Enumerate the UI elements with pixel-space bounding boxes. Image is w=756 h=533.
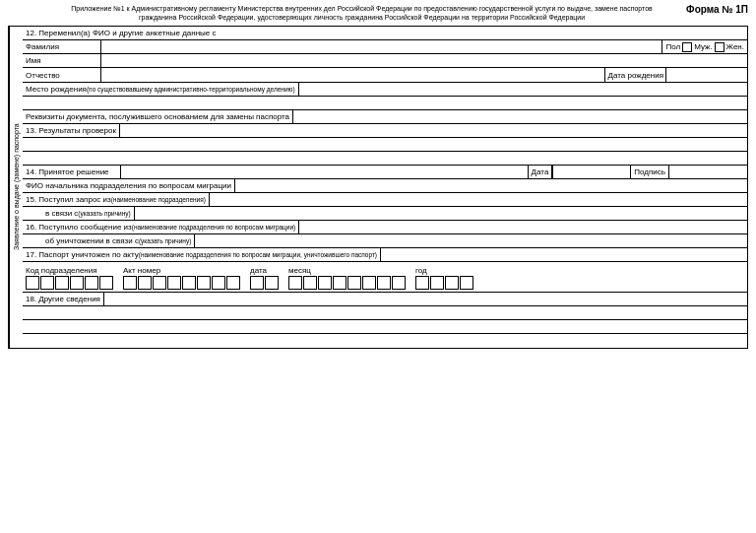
sec17-row: 17. Паспорт уничтожен по акту (наименова…: [23, 248, 747, 262]
final-row-2: [23, 320, 747, 334]
otchestvo-value[interactable]: [101, 68, 605, 82]
unich-sub-text: (указать причину): [139, 237, 191, 244]
sec14-row: 14. Принятое решение Дата Подпись: [23, 166, 747, 179]
sec17-label: 17. Паспорт уничтожен по акту (наименова…: [23, 248, 380, 261]
kod-pod-label: Код подразделения: [26, 266, 113, 275]
god-box-2[interactable]: [430, 276, 444, 290]
data-rozhdeniya-value[interactable]: [665, 68, 744, 82]
mesyac-box-5[interactable]: [347, 276, 361, 290]
sec18-label: 18. Другие сведения: [23, 293, 104, 305]
pol-block: Пол Муж. Жен.: [662, 40, 747, 53]
akt-box-6[interactable]: [197, 276, 211, 290]
date-birth-block: Дата рождения: [605, 68, 747, 82]
mesyac-box-1[interactable]: [288, 276, 302, 290]
god-boxes: [415, 276, 473, 290]
kod-box-4[interactable]: [70, 276, 84, 290]
muz-checkbox[interactable]: [682, 42, 692, 52]
rekvizity-label: Реквизиты документа, послужившего основа…: [23, 110, 292, 123]
sec18-value[interactable]: [104, 293, 747, 305]
data-code-label: дата: [250, 266, 279, 275]
kod-box-1[interactable]: [26, 276, 39, 290]
mesto-rozhdeniya-value[interactable]: [298, 83, 747, 96]
akt-box-2[interactable]: [138, 276, 152, 290]
zhen-checkbox[interactable]: [715, 42, 724, 52]
sec12-header: 12. Переменил(а) ФИО и другие анкетные д…: [23, 27, 747, 40]
mesyac-label: месяц: [288, 266, 406, 275]
akt-box-4[interactable]: [167, 276, 181, 290]
kod-box-3[interactable]: [55, 276, 69, 290]
sec13-row: 13. Результаты проверок: [23, 124, 747, 138]
data-box-2[interactable]: [265, 276, 279, 290]
imya-row: Имя: [23, 54, 747, 68]
mesyac-box-3[interactable]: [318, 276, 332, 290]
god-box-1[interactable]: [415, 276, 429, 290]
sec15-value[interactable]: [209, 193, 747, 206]
fio-nach-label: ФИО начальника подразделения по вопросам…: [23, 179, 235, 192]
kod-pod-block: Код подразделения: [26, 266, 113, 290]
kod-box-5[interactable]: [85, 276, 98, 290]
header-text: Приложение №1 к Административному реглам…: [67, 4, 658, 22]
familiya-value[interactable]: [101, 40, 662, 53]
akt-box-5[interactable]: [182, 276, 196, 290]
data-box-1[interactable]: [250, 276, 264, 290]
unich-label: об уничтожении в связи с (указать причин…: [42, 234, 194, 247]
akt-box-8[interactable]: [226, 276, 240, 290]
akt-nomer-boxes: [123, 276, 240, 290]
empty-row-1: [23, 97, 747, 110]
imya-value[interactable]: [101, 54, 747, 67]
header: Приложение №1 к Административному реглам…: [8, 4, 748, 22]
god-box-3[interactable]: [445, 276, 459, 290]
data-label: Дата: [532, 167, 549, 176]
side-label: Заявление о выдаче (замене) паспорта: [9, 27, 23, 348]
mesyac-boxes: [288, 276, 406, 290]
data-value[interactable]: [552, 166, 631, 178]
podpis-block: Подпись: [631, 166, 668, 178]
svyazi-value[interactable]: [134, 207, 747, 220]
unich-row: об уничтожении в связи с (указать причин…: [23, 234, 747, 248]
muz-label: Муж.: [694, 42, 712, 51]
mesyac-box-8[interactable]: [392, 276, 406, 290]
mesto-sub-text: (по существовавшему административно-терр…: [87, 86, 295, 93]
sec16-label: 16. Поступило сообщение из (наименование…: [23, 221, 298, 233]
akt-box-1[interactable]: [123, 276, 137, 290]
rekvizity-row: Реквизиты документа, послужившего основа…: [23, 110, 747, 124]
akt-box-3[interactable]: [153, 276, 166, 290]
kod-box-6[interactable]: [99, 276, 113, 290]
data-code-boxes: [250, 276, 279, 290]
page: Приложение №1 к Административному реглам…: [0, 0, 756, 533]
mesyac-box-4[interactable]: [333, 276, 346, 290]
akt-nomer-block: Акт номер: [123, 266, 240, 290]
code-section: Код подразделения Акт номер: [23, 262, 747, 293]
akt-box-7[interactable]: [212, 276, 225, 290]
form-body: 12. Переменил(а) ФИО и другие анкетные д…: [23, 27, 747, 348]
mesyac-box-7[interactable]: [377, 276, 391, 290]
god-label: год: [415, 266, 473, 275]
mesyac-box-6[interactable]: [362, 276, 376, 290]
sec17-value[interactable]: [380, 248, 747, 261]
sec18-row: 18. Другие сведения: [23, 293, 747, 306]
fio-nach-value[interactable]: [235, 179, 747, 192]
forma-label: Форма № 1П: [676, 4, 748, 15]
sec16-row: 16. Поступило сообщение из (наименование…: [23, 221, 747, 234]
sec14-value[interactable]: [121, 166, 529, 178]
akt-nomer-label: Акт номер: [123, 266, 240, 275]
mesto-label-text: Место рождения: [26, 85, 87, 94]
sec13-label: 13. Результаты проверок: [23, 124, 119, 137]
unich-indent: [23, 234, 42, 247]
sec15-sub-text: (наименование подразделения): [111, 196, 206, 203]
sec16-label-text: 16. Поступило сообщение из: [26, 223, 132, 232]
pol-label: Пол: [665, 42, 680, 51]
rekvizity-value[interactable]: [292, 110, 747, 123]
sec13-value[interactable]: [119, 124, 747, 137]
sec16-sub-text: (наименование подразделения по вопросам …: [132, 224, 296, 231]
svyazi-sub-text: (указать причину): [78, 210, 130, 217]
kod-box-2[interactable]: [40, 276, 54, 290]
unich-value[interactable]: [194, 234, 747, 247]
sec16-value[interactable]: [298, 221, 747, 233]
god-box-4[interactable]: [460, 276, 473, 290]
sec17-label-text: 17. Паспорт уничтожен по акту: [26, 250, 139, 259]
zhen-label: Жен.: [726, 42, 744, 51]
podpis-value[interactable]: [668, 166, 747, 178]
mesto-rozhdeniya-row: Место рождения (по существовавшему админ…: [23, 83, 747, 97]
mesyac-box-2[interactable]: [303, 276, 317, 290]
